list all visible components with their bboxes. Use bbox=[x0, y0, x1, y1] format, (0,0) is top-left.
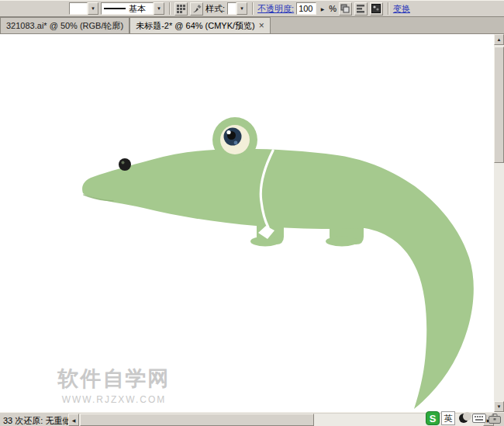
align-options-button[interactable] bbox=[354, 2, 368, 16]
horizontal-scrollbar-thumb[interactable] bbox=[80, 414, 314, 426]
sogou-input-icon[interactable]: S bbox=[426, 411, 440, 425]
eye-highlight bbox=[226, 130, 230, 134]
tab-label: 321083.ai* @ 50% (RGB/轮廓) bbox=[6, 20, 123, 32]
shape-options-button[interactable] bbox=[339, 2, 352, 16]
scroll-left-icon[interactable]: ◀ bbox=[68, 414, 79, 426]
tab-close-icon[interactable]: × bbox=[259, 22, 264, 29]
nostril-highlight bbox=[122, 161, 125, 165]
overlapping-shapes-icon bbox=[340, 4, 350, 13]
crocodile-nostril[interactable] bbox=[119, 158, 131, 171]
toolbar-separator bbox=[169, 2, 170, 15]
language-mode-icon[interactable]: 英 bbox=[441, 411, 455, 425]
color-swatch-icon bbox=[371, 4, 381, 13]
watermark-chinese-text: 软件自学网 bbox=[56, 365, 172, 393]
crocodile-front-foot[interactable] bbox=[250, 237, 280, 247]
soft-keyboard-button[interactable] bbox=[472, 411, 486, 425]
stroke-profile-line-icon bbox=[104, 8, 126, 9]
scroll-down-icon[interactable]: ▼ bbox=[494, 401, 504, 412]
tab-label: 未标题-2* @ 64% (CMYK/预览) bbox=[136, 20, 255, 32]
stroke-weight-field[interactable] bbox=[69, 2, 88, 15]
options-bar-spacer bbox=[3, 9, 67, 9]
opacity-link[interactable]: 不透明度: bbox=[257, 3, 294, 15]
ime-toolbox-button[interactable] bbox=[488, 411, 502, 425]
graphic-style-dropdown[interactable]: ▼ bbox=[227, 2, 247, 15]
chevron-down-icon[interactable]: ▼ bbox=[236, 2, 247, 15]
undo-status-text: 33 次还原: 无重做 bbox=[3, 415, 71, 426]
style-label: 样式: bbox=[205, 3, 225, 15]
artboard[interactable]: 软件自学网 WWW.RJZXW.COM bbox=[0, 34, 494, 412]
watermark-url-text: WWW.RJZXW.COM bbox=[56, 394, 172, 405]
chevron-down-icon[interactable]: ▼ bbox=[154, 2, 164, 15]
illustrator-window: ▼ 基本 ▼ 样式: ▼ bbox=[0, 0, 504, 426]
align-grid-icon bbox=[356, 4, 365, 13]
moon-fullwidth-icon[interactable] bbox=[457, 411, 471, 425]
tab-document-untitled-2[interactable]: 未标题-2* @ 64% (CMYK/预览) × bbox=[129, 17, 271, 33]
opacity-input[interactable] bbox=[296, 2, 316, 15]
vertical-scrollbar-thumb[interactable] bbox=[494, 47, 504, 163]
keyboard-icon bbox=[472, 413, 486, 424]
recolor-artwork-button[interactable] bbox=[370, 2, 383, 16]
vertical-scrollbar[interactable]: ▲ ▼ bbox=[494, 34, 504, 412]
options-bar: ▼ 基本 ▼ 样式: ▼ bbox=[0, 0, 504, 17]
scroll-up-icon[interactable]: ▲ bbox=[494, 34, 504, 45]
brush-icon bbox=[192, 4, 202, 13]
stroke-weight-dropdown[interactable]: ▼ bbox=[69, 2, 98, 15]
swatches-grid-icon bbox=[177, 5, 185, 13]
brush-definition-button[interactable] bbox=[190, 2, 203, 16]
iris-glint bbox=[234, 141, 238, 145]
crocodile-rear-foot[interactable] bbox=[326, 237, 358, 247]
width-profile-dropdown[interactable]: 基本 ▼ bbox=[101, 2, 164, 15]
width-profile-label: 基本 bbox=[129, 3, 146, 15]
transform-link[interactable]: 变换 bbox=[393, 3, 410, 15]
watermark: 软件自学网 WWW.RJZXW.COM bbox=[56, 365, 172, 405]
opacity-spinner-icon[interactable]: ▶ bbox=[319, 6, 326, 12]
ime-tray: S 英 bbox=[426, 411, 502, 425]
document-tab-bar: 321083.ai* @ 50% (RGB/轮廓) 未标题-2* @ 64% (… bbox=[0, 17, 504, 34]
crocodile-artwork[interactable] bbox=[0, 34, 494, 412]
toolbar-separator bbox=[252, 2, 253, 15]
chevron-down-icon[interactable]: ▼ bbox=[88, 2, 98, 15]
tab-document-321083[interactable]: 321083.ai* @ 50% (RGB/轮廓) bbox=[0, 17, 129, 33]
graphic-style-field[interactable] bbox=[227, 2, 236, 15]
percent-label: % bbox=[329, 4, 337, 13]
width-profile-field[interactable]: 基本 bbox=[101, 2, 154, 15]
toolbox-icon bbox=[488, 414, 501, 424]
swatches-grid-button[interactable] bbox=[174, 2, 188, 16]
toolbar-separator bbox=[388, 2, 388, 15]
